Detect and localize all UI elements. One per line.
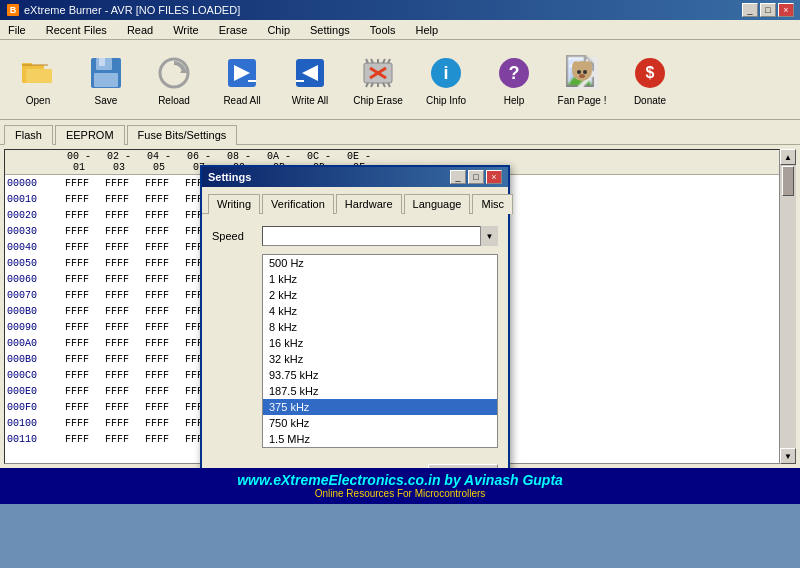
svg-point-41: [579, 74, 585, 78]
reload-label: Reload: [158, 95, 190, 106]
dialog-overlay: Settings _ □ × Writing Verification Hard…: [0, 145, 800, 468]
read-all-label: Read All: [223, 95, 260, 106]
write-all-label: Write All: [292, 95, 329, 106]
save-button[interactable]: Save: [74, 46, 138, 114]
svg-point-39: [577, 70, 581, 74]
speed-option-16khz[interactable]: 16 kHz: [263, 335, 497, 351]
save-label: Save: [95, 95, 118, 106]
svg-line-27: [383, 83, 385, 87]
help-button[interactable]: ? Help: [482, 46, 546, 114]
donate-button[interactable]: $ Donate: [618, 46, 682, 114]
title-bar-buttons: _ □ ×: [742, 3, 794, 17]
menu-file[interactable]: File: [4, 23, 30, 37]
dialog-tab-hardware[interactable]: Hardware: [336, 194, 402, 214]
speed-option-32khz[interactable]: 32 kHz: [263, 351, 497, 367]
menu-recent-files[interactable]: Recent Files: [42, 23, 111, 37]
menu-write[interactable]: Write: [169, 23, 202, 37]
chip-info-icon: i: [426, 53, 466, 93]
menu-help[interactable]: Help: [411, 23, 442, 37]
speed-option-2khz[interactable]: 2 kHz: [263, 287, 497, 303]
svg-line-19: [366, 59, 368, 63]
open-icon: [18, 53, 58, 93]
svg-line-24: [366, 83, 368, 87]
svg-text:B: B: [10, 5, 17, 15]
help-label: Help: [504, 95, 525, 106]
title-bar: B eXtreme Burner - AVR [NO FILES LOADED]…: [0, 0, 800, 20]
chip-erase-label: Chip Erase: [353, 95, 402, 106]
dialog-title-buttons: _ □ ×: [450, 170, 502, 184]
window-title: eXtreme Burner - AVR [NO FILES LOADED]: [24, 4, 240, 16]
menu-tools[interactable]: Tools: [366, 23, 400, 37]
menu-chip[interactable]: Chip: [263, 23, 294, 37]
svg-rect-8: [99, 58, 105, 66]
app-icon: B: [6, 3, 20, 17]
reload-button[interactable]: Reload: [142, 46, 206, 114]
menu-read[interactable]: Read: [123, 23, 157, 37]
toolbar: Open Save Reloa: [0, 40, 800, 120]
svg-rect-4: [26, 69, 52, 83]
chip-erase-icon: [358, 53, 398, 93]
menu-bar: File Recent Files Read Write Erase Chip …: [0, 20, 800, 40]
speed-option-500hz[interactable]: 500 Hz: [263, 255, 497, 271]
speed-label: Speed: [212, 230, 262, 242]
dialog-title-bar: Settings _ □ ×: [202, 167, 508, 187]
speed-option-375khz[interactable]: 375 kHz: [263, 399, 497, 415]
dialog-minimize-button[interactable]: _: [450, 170, 466, 184]
speed-option-750khz[interactable]: 750 kHz: [263, 415, 497, 431]
fan-page-button[interactable]: Fan Page !: [550, 46, 614, 114]
dialog-tab-bar: Writing Verification Hardware Language M…: [202, 187, 508, 214]
content-area: 00 - 01 02 - 03 04 - 05 06 - 07 08 - 09 …: [0, 145, 800, 468]
tab-eeprom[interactable]: EEPROM: [55, 125, 125, 145]
close-button[interactable]: ×: [778, 3, 794, 17]
speed-select[interactable]: ▼: [262, 226, 498, 246]
dialog-tab-verification[interactable]: Verification: [262, 194, 334, 214]
tab-flash[interactable]: Flash: [4, 125, 53, 145]
fan-page-label: Fan Page !: [558, 95, 607, 106]
svg-line-25: [371, 83, 373, 87]
speed-select-container: ▼: [262, 226, 498, 246]
dialog-tab-language[interactable]: Language: [404, 194, 471, 214]
minimize-button[interactable]: _: [742, 3, 758, 17]
tab-fuse-bits[interactable]: Fuse Bits/Settings: [127, 125, 238, 145]
main-tab-bar: Flash EEPROM Fuse Bits/Settings: [0, 120, 800, 145]
speed-option-1khz[interactable]: 1 kHz: [263, 271, 497, 287]
speed-option-9375hz[interactable]: 93.75 kHz: [263, 367, 497, 383]
svg-line-22: [383, 59, 385, 63]
chip-info-label: Chip Info: [426, 95, 466, 106]
main-window: B eXtreme Burner - AVR [NO FILES LOADED]…: [0, 0, 800, 504]
chip-info-button[interactable]: i Chip Info: [414, 46, 478, 114]
dialog-maximize-button[interactable]: □: [468, 170, 484, 184]
dialog-buttons: Cancel: [202, 460, 508, 468]
speed-option-8khz[interactable]: 8 kHz: [263, 319, 497, 335]
menu-erase[interactable]: Erase: [215, 23, 252, 37]
fan-page-icon: [562, 53, 602, 93]
dialog-cancel-button[interactable]: Cancel: [428, 464, 498, 468]
read-all-icon: [222, 53, 262, 93]
speed-option-1875khz[interactable]: 187.5 kHz: [263, 383, 497, 399]
open-label: Open: [26, 95, 50, 106]
maximize-button[interactable]: □: [760, 3, 776, 17]
speed-option-4khz[interactable]: 4 kHz: [263, 303, 497, 319]
speed-dropdown-arrow[interactable]: ▼: [480, 226, 498, 246]
chip-erase-button[interactable]: Chip Erase: [346, 46, 410, 114]
svg-rect-9: [94, 73, 118, 87]
read-all-button[interactable]: Read All: [210, 46, 274, 114]
help-icon: ?: [494, 53, 534, 93]
footer-sub-text: Online Resources For Microcontrollers: [4, 488, 796, 499]
write-all-icon: [290, 53, 330, 93]
donate-label: Donate: [634, 95, 666, 106]
svg-line-20: [371, 59, 373, 63]
dialog-close-button[interactable]: ×: [486, 170, 502, 184]
svg-line-28: [388, 83, 390, 87]
dialog-content: Speed ▼ 500 H: [202, 214, 508, 460]
footer-main-text: www.eXtremeElectronics.co.in by Avinash …: [4, 472, 796, 488]
dialog-tab-writing[interactable]: Writing: [208, 194, 260, 214]
svg-text:i: i: [443, 63, 448, 83]
write-all-button[interactable]: Write All: [278, 46, 342, 114]
dialog-title-text: Settings: [208, 171, 251, 183]
dialog-tab-misc[interactable]: Misc: [472, 194, 513, 214]
open-button[interactable]: Open: [6, 46, 70, 114]
speed-option-15mhz[interactable]: 1.5 MHz: [263, 431, 497, 447]
menu-settings[interactable]: Settings: [306, 23, 354, 37]
save-icon: [86, 53, 126, 93]
